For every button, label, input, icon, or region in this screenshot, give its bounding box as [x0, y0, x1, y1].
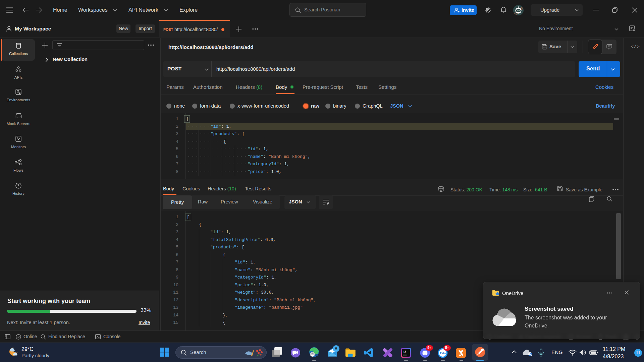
- svg-text:IJ: IJ: [404, 350, 406, 353]
- svg-text:</>: </>: [517, 10, 520, 12]
- svg-text:Zalo: Zalo: [440, 352, 445, 355]
